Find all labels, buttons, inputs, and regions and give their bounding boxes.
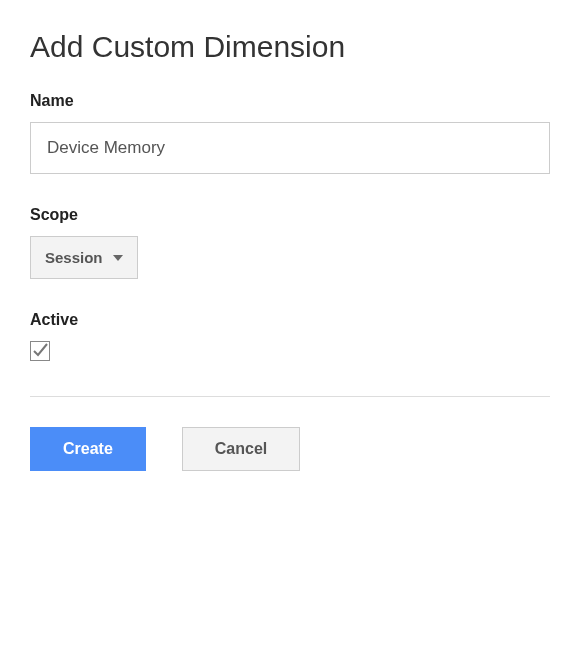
page-title: Add Custom Dimension	[30, 30, 550, 64]
cancel-button[interactable]: Cancel	[182, 427, 300, 471]
active-field-group: Active	[30, 311, 550, 364]
active-checkbox[interactable]	[30, 341, 50, 361]
divider	[30, 396, 550, 397]
chevron-down-icon	[113, 255, 123, 261]
checkmark-icon	[31, 342, 49, 360]
name-label: Name	[30, 92, 550, 110]
scope-label: Scope	[30, 206, 550, 224]
scope-dropdown[interactable]: Session	[30, 236, 138, 279]
scope-field-group: Scope Session	[30, 206, 550, 279]
button-row: Create Cancel	[30, 427, 550, 471]
active-label: Active	[30, 311, 550, 329]
scope-selected-value: Session	[45, 249, 103, 266]
name-field-group: Name	[30, 92, 550, 174]
name-input[interactable]	[30, 122, 550, 174]
create-button[interactable]: Create	[30, 427, 146, 471]
